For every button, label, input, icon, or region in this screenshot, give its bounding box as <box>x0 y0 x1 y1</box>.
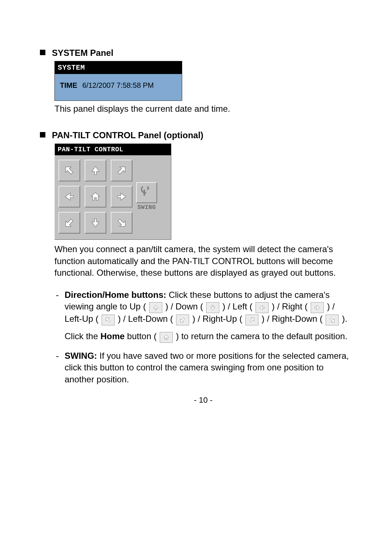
swing-button[interactable] <box>136 182 157 203</box>
home-button[interactable] <box>85 186 106 208</box>
direction-home-item: Direction/Home buttons: Click these butt… <box>54 289 352 343</box>
left-up-icon <box>102 315 115 325</box>
bullet-square-icon <box>40 50 45 55</box>
up-button[interactable] <box>85 160 106 181</box>
left-button[interactable] <box>58 186 80 208</box>
home-note: Click the Home button ( ) to return the … <box>65 330 352 343</box>
system-panel-screenshot: SYSTEM TIME6/12/2007 7:58:58 PM <box>54 61 182 101</box>
right-icon <box>311 302 324 313</box>
left-icon <box>256 302 269 313</box>
page-number: - 10 - <box>54 395 352 406</box>
right-down-button[interactable] <box>111 212 132 234</box>
swing-label-text: SWING: <box>65 351 97 361</box>
section-heading-pantilt: PAN-TILT CONTROL Panel (optional) <box>40 130 352 141</box>
section-heading-system: SYSTEM Panel <box>40 47 352 59</box>
heading-text: PAN-TILT CONTROL Panel (optional) <box>52 130 203 140</box>
left-up-button[interactable] <box>58 160 80 181</box>
down-icon <box>206 302 219 313</box>
up-icon <box>149 302 162 313</box>
bullet-square-icon <box>40 132 45 137</box>
pantilt-intro: When you connect a pan/tilt camera, the … <box>54 243 352 279</box>
right-down-icon <box>326 315 339 325</box>
right-up-button[interactable] <box>111 160 132 181</box>
swing-item: SWING: If you have saved two or more pos… <box>54 350 352 385</box>
left-down-icon <box>176 315 189 325</box>
pantilt-panel-header: PAN-TILT CONTROL <box>55 144 171 155</box>
system-panel-caption: This panel displays the current date and… <box>54 103 352 115</box>
left-down-button[interactable] <box>58 212 80 234</box>
home-icon <box>160 332 173 343</box>
swing-label: SWING <box>138 204 156 212</box>
system-panel-body: TIME6/12/2007 7:58:58 PM <box>55 74 182 100</box>
down-button[interactable] <box>85 212 106 234</box>
heading-text: SYSTEM Panel <box>52 48 113 58</box>
right-up-icon <box>245 315 258 325</box>
direction-home-label: Direction/Home buttons: <box>65 290 166 300</box>
system-panel-header: SYSTEM <box>55 61 182 74</box>
direction-grid <box>56 157 135 236</box>
time-value: 6/12/2007 7:58:58 PM <box>82 81 154 89</box>
pantilt-panel-screenshot: PAN-TILT CONTROL SWING <box>54 143 171 240</box>
time-label: TIME <box>60 81 77 89</box>
right-button[interactable] <box>111 186 132 208</box>
